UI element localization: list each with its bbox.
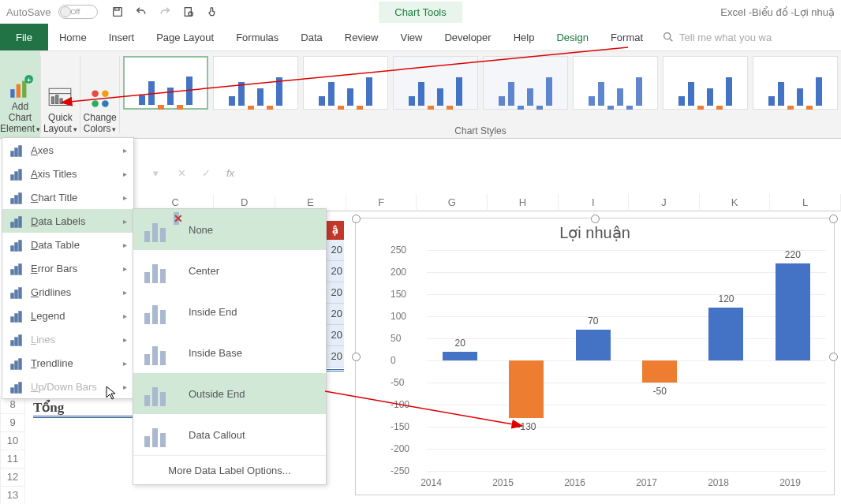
- data-cell[interactable]: 20: [326, 304, 344, 325]
- tab-page-layout[interactable]: Page Layout: [145, 24, 225, 50]
- row-header[interactable]: 11: [0, 450, 25, 469]
- lines-icon: [9, 331, 24, 347]
- tab-file[interactable]: File: [0, 24, 48, 50]
- menu-item-legend[interactable]: Legend▸: [2, 304, 133, 327]
- add-chart-element-button[interactable]: + Add Chart Element▾: [0, 51, 40, 138]
- column-header[interactable]: L: [770, 194, 841, 211]
- menu-item-data-table[interactable]: Data Table▸: [2, 233, 133, 256]
- tell-me-search[interactable]: Tell me what you wa: [662, 24, 772, 50]
- svg-rect-36: [15, 267, 17, 274]
- bar[interactable]: [776, 263, 810, 360]
- plot-area[interactable]: -250-200-150-100-5005010015020025020-130…: [395, 250, 826, 471]
- submenu-arrow-icon: ▸: [123, 264, 127, 273]
- embedded-chart[interactable]: Lợi nhuận -250-200-150-100-5005010015020…: [355, 218, 835, 495]
- row-header[interactable]: 13: [0, 487, 25, 504]
- tab-view[interactable]: View: [389, 24, 433, 50]
- resize-handle[interactable]: [591, 215, 600, 223]
- more-data-label-options[interactable]: More Data Label Options...: [133, 455, 326, 484]
- menu-item-chart-title[interactable]: Chart Title▸: [2, 185, 133, 209]
- data-cell[interactable]: 20: [326, 325, 344, 346]
- resize-handle[interactable]: [352, 215, 361, 223]
- option-label: Inside Base: [189, 347, 242, 359]
- tab-help[interactable]: Help: [503, 24, 546, 50]
- save-icon[interactable]: [110, 5, 125, 19]
- resize-handle[interactable]: [829, 353, 838, 361]
- undo-icon[interactable]: [134, 5, 148, 19]
- menu-item-axis-titles[interactable]: Axis Titles▸: [2, 162, 133, 185]
- tab-review[interactable]: Review: [334, 24, 390, 50]
- chart-style-thumb[interactable]: [213, 56, 298, 110]
- option-label: Outside End: [189, 388, 245, 400]
- bar[interactable]: [708, 308, 743, 360]
- menu-item-error-bars[interactable]: Error Bars▸: [2, 256, 133, 280]
- chart-style-thumb[interactable]: [483, 56, 568, 110]
- tab-design[interactable]: Design: [545, 24, 599, 50]
- axes-icon: [9, 142, 24, 158]
- menu-item-data-labels[interactable]: Data Labels▸: [2, 209, 133, 233]
- tab-data[interactable]: Data: [290, 24, 333, 50]
- svg-rect-35: [11, 270, 13, 274]
- bar[interactable]: [576, 330, 611, 360]
- data-label-option-outside-end[interactable]: Outside End: [133, 373, 326, 414]
- data-label-option-data-callout[interactable]: Data Callout: [133, 414, 326, 455]
- data-cell[interactable]: 20: [326, 346, 344, 368]
- svg-rect-29: [11, 222, 13, 227]
- column-header[interactable]: I: [559, 194, 630, 211]
- chart-style-thumb[interactable]: [123, 56, 208, 110]
- chart-style-thumb[interactable]: [573, 56, 658, 110]
- chart-style-thumb[interactable]: [663, 56, 748, 110]
- menu-item-label: Axis Titles: [31, 168, 77, 180]
- redo-icon[interactable]: [158, 5, 172, 19]
- svg-rect-31: [19, 217, 21, 227]
- column-header[interactable]: J: [629, 194, 700, 211]
- svg-rect-45: [15, 338, 17, 345]
- chart-styles-label: Chart Styles: [120, 125, 841, 136]
- tab-developer[interactable]: Developer: [433, 24, 502, 50]
- bar[interactable]: [509, 360, 544, 418]
- bar[interactable]: [642, 360, 677, 383]
- cell-tong[interactable]: Tổng: [33, 399, 133, 418]
- touch-mode-icon[interactable]: [205, 5, 219, 19]
- bar[interactable]: [443, 352, 477, 360]
- row-header[interactable]: 10: [0, 432, 25, 450]
- tab-insert[interactable]: Insert: [98, 24, 146, 50]
- tab-formulas[interactable]: Formulas: [225, 24, 290, 50]
- menu-item-axes[interactable]: Axes▸: [2, 138, 133, 162]
- column-header[interactable]: H: [488, 194, 559, 211]
- change-colors-button[interactable]: Change Colors▾: [80, 51, 119, 138]
- data-label-option-none[interactable]: ✕None: [133, 209, 326, 250]
- chart-title-icon: [9, 189, 24, 205]
- data-cell[interactable]: 20: [326, 261, 344, 282]
- autosave-label: AutoSave: [6, 6, 50, 18]
- chart-style-thumb[interactable]: [393, 56, 478, 110]
- column-header[interactable]: K: [700, 194, 771, 211]
- column-header[interactable]: G: [417, 194, 488, 211]
- row-header[interactable]: 9: [0, 414, 25, 432]
- data-cell[interactable]: 20: [326, 282, 344, 304]
- chart-style-thumb[interactable]: [753, 56, 838, 110]
- menu-item-gridlines[interactable]: Gridlines▸: [2, 280, 133, 304]
- chart-style-thumb[interactable]: [303, 56, 388, 110]
- resize-handle[interactable]: [352, 353, 361, 361]
- tab-home[interactable]: Home: [48, 24, 98, 50]
- formula-bar[interactable]: ▾ ✕ ✓ fx: [142, 162, 234, 184]
- autosave-toggle[interactable]: Off: [58, 5, 98, 19]
- data-cell[interactable]: 20: [326, 240, 344, 261]
- chart-title[interactable]: Lợi nhuận: [356, 223, 834, 242]
- x-tick-label: 2019: [779, 477, 801, 488]
- column-header[interactable]: F: [346, 194, 417, 211]
- cursor-icon: [105, 385, 118, 403]
- submenu-arrow-icon: ▸: [123, 335, 127, 344]
- data-label: 120: [702, 293, 749, 304]
- menu-item-trendline[interactable]: Trendline▸: [2, 351, 133, 375]
- data-label-option-inside-end[interactable]: Inside End: [133, 291, 326, 332]
- data-label-option-center[interactable]: Center: [133, 250, 326, 291]
- row-header[interactable]: 12: [0, 469, 25, 487]
- resize-handle[interactable]: [829, 215, 838, 223]
- menu-item-label: Error Bars: [31, 263, 77, 274]
- menu-item-label: Lines: [31, 334, 55, 345]
- tab-format[interactable]: Format: [600, 24, 654, 50]
- quick-layout-button[interactable]: Quick Layout▾: [41, 51, 80, 138]
- data-label-option-inside-base[interactable]: Inside Base: [133, 332, 326, 373]
- print-preview-icon[interactable]: [181, 5, 196, 19]
